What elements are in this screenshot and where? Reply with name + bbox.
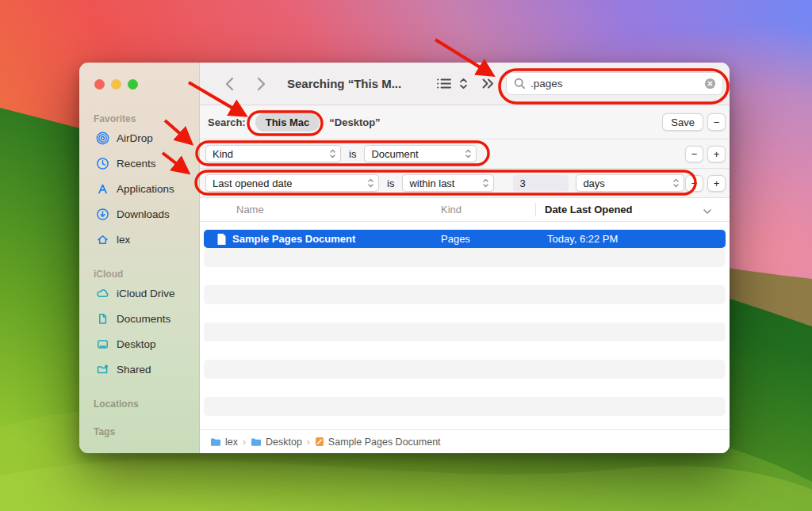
scope-desktop[interactable]: “Desktop”	[329, 116, 380, 128]
clock-icon	[96, 157, 109, 170]
filter-row-kind: Kind is Document − +	[200, 139, 730, 169]
back-button[interactable]	[219, 74, 239, 94]
sidebar-item-icloud-drive[interactable]: iCloud Drive	[79, 283, 199, 303]
save-search-button[interactable]: Save	[662, 113, 703, 131]
toolbar: Searching “This M...	[200, 63, 730, 105]
scope-this-mac[interactable]: This Mac	[255, 113, 320, 132]
sidebar-section-favorites: Favorites	[79, 113, 199, 124]
more-toolbar-items-icon[interactable]	[481, 78, 495, 90]
relation-label: is	[349, 148, 356, 160]
file-name: Sample Pages Document	[232, 233, 355, 245]
download-circle-icon	[96, 208, 109, 221]
amount-field[interactable]	[513, 175, 569, 192]
finder-main: Searching “This M...	[200, 63, 730, 453]
attribute-popup[interactable]: Last opened date	[205, 174, 379, 192]
zoom-button[interactable]	[128, 79, 138, 90]
search-icon	[514, 78, 526, 90]
sidebar-item-recents[interactable]: Recents	[79, 153, 199, 174]
filter-row-last-opened: Last opened date is within last days	[200, 169, 730, 198]
remove-filter-button[interactable]: −	[685, 146, 703, 162]
sidebar-item-downloads[interactable]: Downloads	[79, 204, 199, 224]
popup-chevrons-icon	[482, 177, 489, 189]
empty-row	[204, 322, 726, 341]
file-row-selected[interactable]: Sample Pages Document Pages Today, 6:22 …	[204, 230, 726, 248]
path-item-lex[interactable]: lex	[210, 437, 238, 448]
add-filter-button[interactable]: +	[707, 175, 726, 192]
path-bar: lex › Desktop › Sample Pages Document	[200, 429, 730, 453]
popup-chevrons-icon	[329, 148, 336, 159]
add-filter-button[interactable]: +	[707, 146, 726, 162]
value-popup[interactable]: Document	[364, 145, 477, 162]
sidebar-item-documents[interactable]: Documents	[79, 308, 199, 329]
column-header-name[interactable]: Name	[236, 204, 264, 215]
finder-window: Favorites AirDrop Recents	[79, 63, 730, 453]
path-item-desktop[interactable]: Desktop	[251, 437, 302, 448]
window-title: Searching “This M...	[287, 77, 401, 90]
file-date: Today, 6:22 PM	[547, 233, 618, 245]
list-view-icon[interactable]	[436, 77, 452, 90]
clear-search-icon[interactable]	[704, 78, 716, 90]
column-divider[interactable]	[535, 203, 536, 216]
sidebar-item-desktop[interactable]: Desktop	[79, 334, 199, 354]
empty-row	[204, 360, 726, 379]
empty-row	[204, 285, 726, 304]
list-column-headers: Name Kind Date Last Opened	[200, 198, 730, 222]
screenshot-root: Favorites AirDrop Recents	[0, 0, 812, 511]
empty-row	[204, 304, 726, 323]
remove-scope-button[interactable]: −	[707, 113, 726, 131]
folder-icon	[251, 437, 262, 447]
relation-label: is	[387, 177, 394, 189]
sidebar-item-shared[interactable]: Shared	[79, 359, 199, 379]
shared-folder-icon	[96, 363, 109, 376]
empty-row	[204, 379, 726, 398]
attribute-popup[interactable]: Kind	[205, 145, 341, 162]
empty-row	[204, 416, 726, 430]
empty-row	[204, 397, 726, 416]
sidebar: Favorites AirDrop Recents	[79, 63, 200, 453]
sidebar-section-tags: Tags	[79, 426, 199, 437]
close-button[interactable]	[94, 79, 105, 90]
file-list: Sample Pages Document Pages Today, 6:22 …	[200, 222, 730, 429]
document-icon	[96, 312, 109, 326]
empty-row	[204, 248, 726, 267]
unit-popup[interactable]: days	[576, 174, 684, 192]
home-icon	[96, 233, 109, 246]
popup-chevrons-icon	[672, 177, 680, 189]
path-separator: ›	[243, 437, 246, 448]
cloud-icon	[96, 287, 109, 300]
empty-row	[204, 267, 726, 286]
scope-label: Search:	[208, 116, 246, 128]
sidebar-item-home-lex[interactable]: lex	[79, 229, 199, 250]
column-header-kind[interactable]: Kind	[441, 204, 462, 215]
file-kind: Pages	[441, 233, 470, 245]
sidebar-section-icloud: iCloud	[79, 269, 199, 280]
window-controls	[79, 63, 199, 90]
sidebar-item-airdrop[interactable]: AirDrop	[79, 128, 199, 148]
folder-icon	[210, 437, 221, 447]
view-picker-chevrons-icon[interactable]	[458, 77, 469, 90]
forward-button[interactable]	[251, 74, 271, 94]
search-scope-bar: Search: This Mac “Desktop” Save −	[200, 105, 730, 139]
sidebar-section-locations: Locations	[79, 399, 199, 410]
desktop-icon	[96, 337, 109, 351]
operator-popup[interactable]: within last	[402, 174, 494, 192]
pages-file-icon	[216, 233, 227, 246]
pages-doc-icon	[315, 437, 324, 447]
search-field[interactable]	[506, 72, 723, 95]
path-item-file[interactable]: Sample Pages Document	[315, 437, 441, 448]
path-separator: ›	[307, 437, 310, 448]
popup-chevrons-icon	[465, 148, 472, 159]
remove-filter-button[interactable]: −	[685, 175, 703, 192]
empty-row	[204, 341, 726, 360]
column-header-date[interactable]: Date Last Opened	[545, 204, 633, 215]
search-input[interactable]	[530, 78, 699, 90]
applications-icon	[96, 182, 109, 196]
sort-direction-icon[interactable]	[703, 205, 712, 217]
minimize-button[interactable]	[111, 79, 121, 90]
popup-chevrons-icon	[367, 177, 374, 189]
sidebar-item-applications[interactable]: Applications	[79, 178, 199, 199]
airdrop-icon	[96, 132, 109, 145]
